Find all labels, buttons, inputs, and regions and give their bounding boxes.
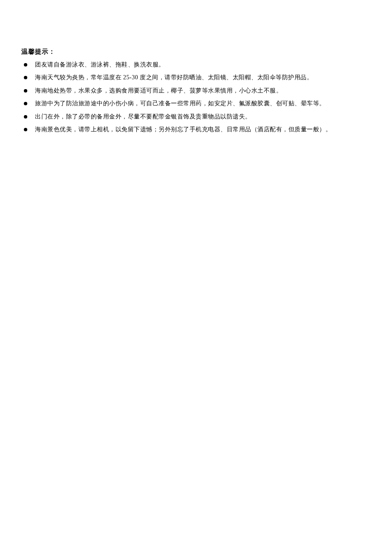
bullet-icon bbox=[24, 76, 27, 79]
list-item: 海南地处热带，水果众多，选购食用要适可而止，椰子、菠萝等水果慎用，小心水土不服。 bbox=[21, 86, 371, 95]
list-item-text: 团友请自备游泳衣、游泳裤、拖鞋、换洗衣服。 bbox=[35, 60, 371, 69]
list-item-text: 出门在外，除了必带的备用金外，尽量不要配带金银首饰及贵重物品以防遗失。 bbox=[35, 112, 371, 121]
bullet-icon bbox=[24, 89, 27, 92]
list-item: 海南天气较为炎热，常年温度在 25-30 度之间，请带好防晒油、太阳镜、太阳帽、… bbox=[21, 73, 371, 82]
list-item-text: 海南天气较为炎热，常年温度在 25-30 度之间，请带好防晒油、太阳镜、太阳帽、… bbox=[35, 73, 371, 82]
list-item: 团友请自备游泳衣、游泳裤、拖鞋、换洗衣服。 bbox=[21, 60, 371, 69]
list-item: 海南景色优美，请带上相机，以免留下遗憾；另外别忘了手机充电器、日常用品（酒店配有… bbox=[21, 125, 371, 134]
bullet-icon bbox=[24, 102, 27, 105]
tips-list: 团友请自备游泳衣、游泳裤、拖鞋、换洗衣服。 海南天气较为炎热，常年温度在 25-… bbox=[21, 60, 371, 134]
list-item: 出门在外，除了必带的备用金外，尽量不要配带金银首饰及贵重物品以防遗失。 bbox=[21, 112, 371, 121]
section-title: 温馨提示： bbox=[21, 48, 371, 56]
bullet-icon bbox=[24, 63, 27, 66]
list-item-text: 海南地处热带，水果众多，选购食用要适可而止，椰子、菠萝等水果慎用，小心水土不服。 bbox=[35, 86, 371, 95]
list-item: 旅游中为了防治旅游途中的小伤小病，可自己准备一些常用药，如安定片、氟派酸胶囊、创… bbox=[21, 99, 371, 108]
bullet-icon bbox=[24, 128, 27, 131]
bullet-icon bbox=[24, 115, 27, 119]
list-item-text: 海南景色优美，请带上相机，以免留下遗憾；另外别忘了手机充电器、日常用品（酒店配有… bbox=[35, 125, 371, 134]
list-item-text: 旅游中为了防治旅游途中的小伤小病，可自己准备一些常用药，如安定片、氟派酸胶囊、创… bbox=[35, 99, 371, 108]
